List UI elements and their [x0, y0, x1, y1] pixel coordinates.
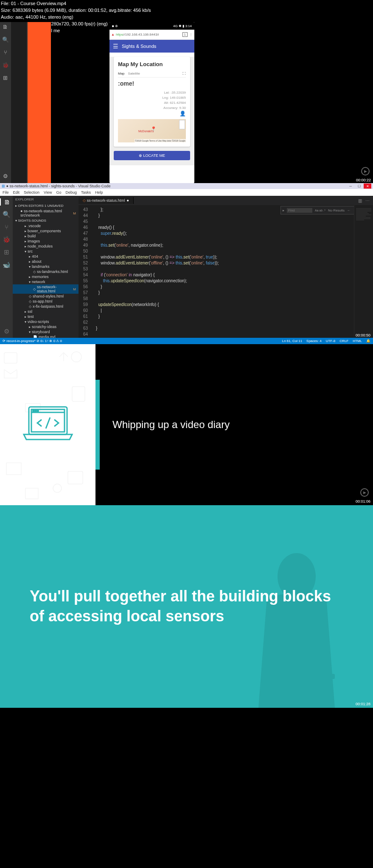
more-icon[interactable]: ⋯: [365, 198, 370, 203]
menu-icon[interactable]: ⋮: [189, 33, 193, 36]
tab-satellite[interactable]: Satellite: [128, 72, 140, 75]
svg-point-12: [35, 410, 36, 412]
tree-item[interactable]: ▸ ssl: [13, 309, 79, 314]
svg-rect-7: [25, 488, 38, 499]
status-left[interactable]: ⟳ record-in-progress* ⊘ 0↓ 1↑ ⊗ 0 ⚠ 0: [3, 339, 62, 343]
tree-item[interactable]: ◇ ss-network-status.htmlM: [13, 284, 79, 294]
minimap[interactable]: [354, 205, 373, 337]
minimize-button[interactable]: ─: [347, 184, 354, 189]
scm-icon[interactable]: ⑂: [5, 223, 8, 231]
explorer-icon[interactable]: 🗎: [0, 198, 13, 206]
tree-item[interactable]: ◇ shared-styles.html: [13, 294, 79, 299]
signal-text: 4G: [173, 24, 178, 28]
svg-rect-3: [72, 387, 85, 401]
scm-icon[interactable]: ⑂: [2, 49, 9, 56]
prev-match-icon[interactable]: ←: [347, 209, 351, 212]
close-button[interactable]: ✕: [364, 184, 371, 189]
timestamp-3: 00:01:06: [356, 499, 370, 504]
timestamp-2: 00:00:50: [356, 333, 370, 337]
tree-item[interactable]: ▸ build: [13, 234, 79, 239]
split-icon[interactable]: ▥: [358, 198, 362, 203]
eol-info[interactable]: CRLF: [339, 339, 348, 343]
tree-item[interactable]: ◇ ss-landmarks.html: [13, 269, 79, 274]
debug-icon[interactable]: 🐞: [2, 62, 9, 69]
tab-map[interactable]: Map: [118, 72, 125, 75]
video-audio-line: Audio: aac, 44100 Hz, stereo (eng): [0, 14, 373, 20]
panel-1-phone-preview: File: 01 - Course Overview.mp4 Size: 638…: [0, 0, 373, 183]
explorer-sidebar: EXPLORER ▸ OPEN EDITORS 1 UNSAVED ● ss-n…: [13, 196, 79, 338]
lang-info[interactable]: HTML: [353, 339, 362, 343]
extensions-icon[interactable]: ⊞: [4, 248, 9, 256]
project-header[interactable]: ▾ SIGHTS-SOUNDS: [13, 218, 79, 223]
files-icon[interactable]: 🗎: [2, 24, 9, 31]
play-overlay-icon[interactable]: ▶: [360, 488, 369, 497]
debug-icon[interactable]: 🐞: [3, 236, 11, 243]
map-image[interactable]: +− 📍 McDonald's ©2018 Google Terms of Us…: [118, 119, 186, 142]
tree-item[interactable]: ▸ memories: [13, 274, 79, 279]
find-input[interactable]: [287, 208, 312, 213]
tree-item[interactable]: ▸ images: [13, 239, 79, 244]
menu-go[interactable]: Go: [56, 190, 61, 195]
laptop-icon: [20, 405, 76, 445]
tree-item[interactable]: ▾ network: [13, 279, 79, 284]
tree-item[interactable]: ▸ 404: [13, 254, 79, 259]
open-editors-header[interactable]: ▸ OPEN EDITORS 1 UNSAVED: [13, 203, 79, 209]
slide-title: Whipping up a video diary: [112, 419, 230, 431]
map-poi-label: McDonald's: [138, 130, 154, 133]
tree-item[interactable]: ▸ about: [13, 259, 79, 264]
url-text: https//192.168.43.106:8443/i: [116, 33, 181, 36]
menu-selection[interactable]: Selection: [24, 190, 39, 195]
editor-area: ◇ ss-network-status.html● ▥ ⋯ ▸ Aa ab .*…: [79, 196, 373, 338]
extensions-icon[interactable]: ⊞: [2, 75, 9, 81]
tab-count-icon[interactable]: 1: [182, 32, 188, 37]
tree-item[interactable]: ▾ src: [13, 249, 79, 254]
locate-button[interactable]: ⊕ LOCATE ME: [114, 151, 190, 160]
coordinates: Lat: -35.22039 Lng: 149.01865 Alt: 621.4…: [118, 90, 186, 111]
tree-item[interactable]: ▾ landmarks: [13, 264, 79, 269]
file-tree: ▸ .vscode▸ bower_components▸ build▸ imag…: [13, 223, 79, 338]
menu-view[interactable]: View: [44, 190, 52, 195]
editor-tab[interactable]: ◇ ss-network-status.html●: [79, 197, 134, 204]
gear-icon[interactable]: ⚙: [2, 173, 9, 180]
tree-item[interactable]: ▾ video-scripts: [13, 319, 79, 324]
tree-item[interactable]: ▸ scratchy-ideas: [13, 324, 79, 329]
tree-item[interactable]: ▾ storyboard: [13, 329, 79, 334]
encoding-info[interactable]: UTF-8: [326, 339, 336, 343]
tree-item[interactable]: ◇ x-fix-lastpass.html: [13, 304, 79, 309]
activity-bar: 🗎 🔍 ⑂ 🐞 ⊞ 🐋 ⚙: [0, 196, 13, 338]
tree-item[interactable]: ▸ test: [13, 314, 79, 319]
tree-item[interactable]: ◇ ss-app.html: [13, 299, 79, 304]
tree-item[interactable]: ▸ bower_components: [13, 228, 79, 234]
tree-item[interactable]: ▸ node_modules: [13, 244, 79, 249]
hamburger-icon[interactable]: ☰: [113, 43, 118, 50]
menu-tasks[interactable]: Tasks: [81, 190, 91, 195]
panel-2-vscode: ⊞ ● ss-network-status.html - sights-soun…: [0, 183, 373, 344]
clock-text: 3:14: [185, 24, 192, 28]
zoom-controls[interactable]: +−: [179, 120, 185, 129]
tree-item[interactable]: ▸ .vscode: [13, 223, 79, 228]
menu-help[interactable]: Help: [95, 190, 103, 195]
welcome-text: :ome!: [118, 80, 186, 87]
docker-icon[interactable]: 🐋: [3, 261, 11, 269]
search-icon[interactable]: 🔍: [3, 211, 11, 218]
svg-point-13: [37, 410, 38, 412]
gear-icon[interactable]: ⚙: [4, 328, 9, 335]
svg-rect-15: [275, 674, 335, 679]
tree-item[interactable]: 📄 media.md: [13, 334, 79, 338]
open-editor-item[interactable]: ● ss-network-status.html src\networkM: [13, 209, 79, 218]
chevron-icon[interactable]: ▸: [283, 209, 284, 212]
menu-debug[interactable]: Debug: [65, 190, 77, 195]
menu-edit[interactable]: Edit: [13, 190, 20, 195]
play-overlay-icon[interactable]: ▶: [361, 167, 370, 175]
search-icon[interactable]: 🔍: [2, 36, 9, 43]
panel-3-slide: Whipping up a video diary ▶ 00:01:06: [0, 344, 373, 505]
maximize-button[interactable]: ☐: [355, 184, 363, 189]
browser-urlbar[interactable]: ▲ https//192.168.43.106:8443/i 1 ⋮: [109, 30, 194, 40]
feedback-icon[interactable]: 🔔: [366, 339, 370, 343]
card-title: Map My Location: [118, 61, 186, 67]
svg-rect-0: [4, 353, 17, 363]
menu-file[interactable]: File: [3, 190, 9, 195]
fullscreen-icon[interactable]: ⛶: [182, 72, 186, 75]
indent-info[interactable]: Spaces: 4: [306, 339, 322, 343]
cursor-pos[interactable]: Ln 61, Col 11: [282, 339, 302, 343]
